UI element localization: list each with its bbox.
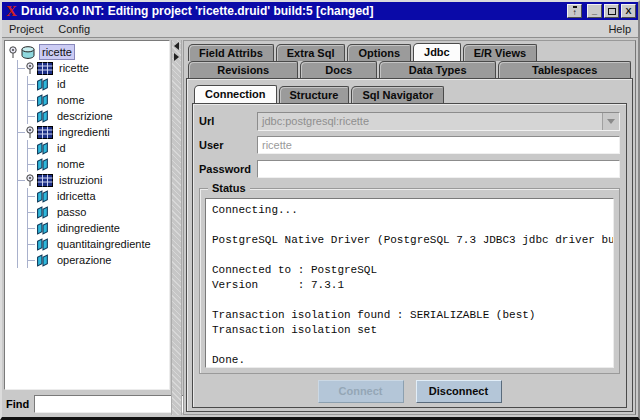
tree-node-label: nome (54, 93, 88, 107)
disconnect-button[interactable]: Disconnect (416, 380, 502, 403)
tab-sql-navigator[interactable]: Sql Navigator (351, 86, 444, 103)
jdbc-tab-content: Connection Structure Sql Navigator Url j… (186, 78, 633, 412)
close-icon: X (625, 7, 631, 16)
url-combobox[interactable]: jdbc:postgresql:ricette (257, 112, 620, 131)
table-icon (37, 174, 53, 187)
collapse-left-icon[interactable] (174, 42, 179, 50)
field-icon (35, 222, 51, 235)
tree-node-field[interactable]: idingrediente (28, 220, 169, 236)
find-label: Find (6, 398, 29, 410)
tree-node-label: ricette (56, 61, 92, 75)
tree-node-field[interactable]: descrizione (28, 108, 169, 124)
close-window-button[interactable]: X (621, 4, 636, 18)
menu-config[interactable]: Config (58, 23, 90, 35)
button-row: Connect Disconnect (199, 374, 620, 404)
chevron-down-icon (607, 119, 615, 124)
tree-node-table[interactable]: ingredienti (18, 124, 169, 140)
status-group: Status Connecting... PostgreSQL Native D… (199, 188, 620, 374)
tree-node-root[interactable]: ricette (8, 44, 169, 60)
tree-node-label: nome (54, 157, 88, 171)
find-input[interactable] (34, 395, 184, 413)
maximize-icon (608, 8, 616, 15)
status-group-title: Status (208, 182, 250, 194)
tree-node-label: passo (54, 205, 89, 219)
tree-expand-handle-icon[interactable] (25, 173, 36, 187)
user-field[interactable] (257, 136, 620, 154)
tree-node-label: quantitaingrediente (54, 237, 154, 251)
url-value: jdbc:postgresql:ricette (258, 115, 602, 127)
tree-node-field[interactable]: idricetta (28, 188, 169, 204)
field-icon (35, 110, 51, 123)
tree-node-field[interactable]: passo (28, 204, 169, 220)
password-field[interactable] (257, 160, 620, 178)
menu-help[interactable]: Help (608, 23, 631, 35)
tree-expand-handle-icon[interactable] (25, 125, 36, 139)
tab-docs[interactable]: Docs (300, 61, 377, 78)
shade-icon: ↑ (573, 6, 577, 17)
tab-row-1: Field Attribs Extra Sql Options Jdbc E/R… (186, 43, 633, 61)
field-icon (35, 190, 51, 203)
field-icon (35, 206, 51, 219)
app-logo-icon: X (4, 4, 19, 18)
tree-node-field[interactable]: id (28, 140, 169, 156)
user-label: User (199, 139, 257, 151)
tab-er-views[interactable]: E/R Views (463, 44, 537, 61)
title-bar: X Druid v3.0 INT: Editing project 'ricet… (2, 2, 638, 20)
tab-connection[interactable]: Connection (194, 85, 277, 103)
app-window: X Druid v3.0 INT: Editing project 'ricet… (0, 0, 640, 420)
minimize-icon: _ (592, 7, 597, 16)
field-icon (35, 94, 51, 107)
tree-node-field[interactable]: quantitaingrediente (28, 236, 169, 252)
connect-button[interactable]: Connect (318, 380, 404, 403)
tree-node-field[interactable]: nome (28, 156, 169, 172)
tree-branch: id nome (27, 140, 169, 172)
field-icon (35, 254, 51, 267)
editor-panel: Field Attribs Extra Sql Options Jdbc E/R… (183, 40, 636, 415)
menu-project[interactable]: Project (9, 23, 43, 35)
maximize-window-button[interactable] (604, 4, 619, 18)
tree-node-label: operazione (54, 253, 114, 267)
tab-options[interactable]: Options (347, 44, 411, 61)
split-pane-divider[interactable] (171, 40, 182, 415)
shade-window-button[interactable]: ↑ (567, 4, 582, 18)
tab-row-2: Revisions Docs Data Types Tablespaces (186, 61, 633, 78)
url-label: Url (199, 115, 257, 127)
field-icon (35, 78, 51, 91)
tree-expand-handle-icon[interactable] (8, 45, 19, 59)
url-dropdown-button[interactable] (602, 113, 619, 130)
tab-revisions[interactable]: Revisions (188, 61, 298, 78)
tree-node-field[interactable]: nome (28, 92, 169, 108)
tab-jdbc[interactable]: Jdbc (413, 43, 461, 61)
tab-structure[interactable]: Structure (279, 86, 350, 103)
field-icon (35, 238, 51, 251)
user-row: User (199, 135, 620, 155)
tree-node-table[interactable]: istruzioni (18, 172, 169, 188)
tree-expand-handle-icon[interactable] (25, 61, 36, 75)
tree-node-label: ricette (39, 44, 75, 60)
tree-branch: ricette id nome descrizione ingredienti … (17, 60, 169, 268)
database-icon (20, 46, 36, 59)
collapse-right-icon[interactable] (174, 53, 179, 61)
url-row: Url jdbc:postgresql:ricette (199, 111, 620, 131)
tree-node-label: idricetta (54, 189, 99, 203)
tree-node-label: id (54, 77, 69, 91)
tab-tablespaces[interactable]: Tablespaces (498, 61, 631, 78)
tab-data-types[interactable]: Data Types (379, 61, 496, 78)
menu-bar: Project Config Help (2, 20, 638, 38)
tree-node-field[interactable]: operazione (28, 252, 169, 268)
tree-node-label: id (54, 141, 69, 155)
field-icon (35, 142, 51, 155)
connection-tab-content: Url jdbc:postgresql:ricette User Passwor… (192, 103, 627, 408)
tab-field-attribs[interactable]: Field Attribs (188, 44, 274, 61)
minimize-window-button[interactable]: _ (587, 4, 602, 18)
tab-extra-sql[interactable]: Extra Sql (276, 44, 346, 61)
table-icon (37, 62, 53, 75)
tree-node-field[interactable]: id (28, 76, 169, 92)
tree-node-table[interactable]: ricette (18, 60, 169, 76)
table-icon (37, 126, 53, 139)
window-title: Druid v3.0 INT: Editing project 'ricette… (19, 4, 565, 18)
tree-branch: id nome descrizione (27, 76, 169, 124)
main-area: ricette ricette id nome descrizione (2, 38, 638, 417)
find-bar: Find (4, 390, 170, 415)
project-tree-panel: ricette ricette id nome descrizione (4, 40, 170, 415)
